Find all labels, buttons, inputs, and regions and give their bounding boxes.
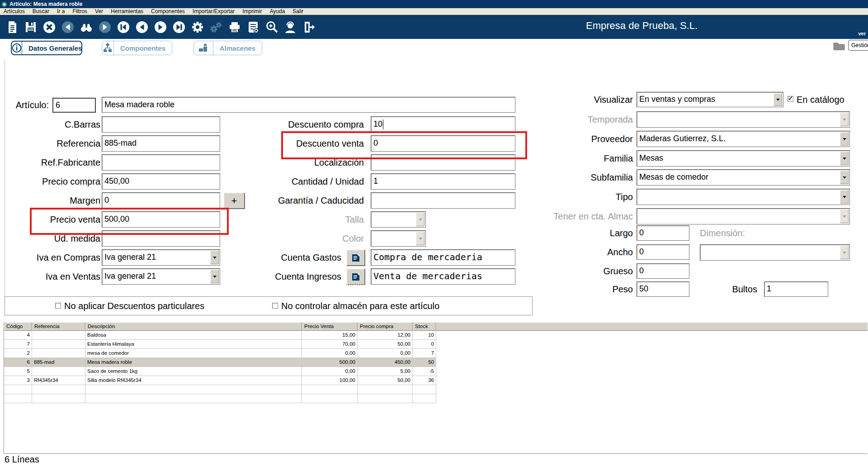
localizacion-field[interactable] [371,154,515,171]
next-record-button[interactable] [153,19,168,35]
company-name: Empresa de Prueba, S.L. [586,20,722,32]
iva-compras-select[interactable]: Iva general 21 [102,249,220,266]
temporada-label: Temporada [518,111,633,128]
cantidad-unidad-field[interactable]: 1 [371,173,515,190]
save-button[interactable] [23,19,38,35]
chevron-down-icon[interactable] [210,270,219,283]
menu-herramientas[interactable]: Herramientas [111,8,143,14]
settings-gear-button[interactable] [190,19,205,35]
table-row[interactable]: 7Estantería Himalaya70,0050,000 [4,340,437,349]
previous-record-button[interactable] [134,19,150,35]
first-record-button[interactable] [116,19,131,35]
ref-fabricante-field[interactable] [102,154,220,171]
precio-compra-field[interactable]: 450,00 [102,173,220,190]
garantia-caducidad-field[interactable] [371,192,515,209]
articulo-code-field[interactable]: 6 [52,98,96,113]
chevron-down-icon[interactable] [840,152,849,165]
table-row[interactable]: 2mesa de comedor0,000,007 [4,349,437,358]
menu-salir[interactable]: Salir [292,8,303,14]
column-header-precio-venta[interactable]: Precio Venta [302,322,358,331]
visualizar-select[interactable]: En ventas y compras [637,92,783,107]
menu-ver[interactable]: Ver [95,8,103,14]
chevron-down-icon [416,213,425,226]
print-button[interactable] [227,19,242,35]
zoom-in-button[interactable] [264,19,279,35]
user-button[interactable] [283,19,298,35]
menu-importar-exportar[interactable]: Importar/Exportar [193,8,235,14]
chevron-down-icon [840,246,849,259]
tab-componentes[interactable]: Componentes [102,41,172,55]
cuenta-ingresos-field[interactable]: Venta de mercaderias [371,268,515,285]
new-document-button[interactable] [5,19,20,35]
descuento-compra-label: Descuento compra [226,116,364,133]
descuento-compra-field[interactable]: 10 [371,116,515,133]
column-header-precio-compra[interactable]: Precio compra [358,322,413,331]
chevron-down-icon[interactable] [210,251,219,264]
chevron-down-icon[interactable] [774,93,782,106]
tab-datos-generales[interactable]: Datos Generales [11,41,82,55]
table-row[interactable]: 4Baldosa15,0012,0010 [4,331,437,340]
tipo-select[interactable] [637,189,850,205]
menu-filtros[interactable]: Filtros [72,8,87,14]
delete-button[interactable] [42,19,57,35]
menu-ir-a[interactable]: Ir a [57,8,65,14]
cbarras-field[interactable] [102,116,220,133]
margen-field[interactable]: 0 [102,192,220,209]
localizacion-label: Localización [226,154,364,171]
cuenta-ingresos-lookup-button[interactable] [346,268,365,285]
chevron-down-icon [840,210,849,223]
ud-medida-field[interactable] [102,230,220,247]
menu-imprimir[interactable]: Imprimir [242,8,262,14]
chevron-down-icon[interactable] [840,171,849,184]
ancho-field[interactable]: 0 [637,244,689,260]
ref-fabricante-label: Ref.Fabricante [5,154,100,171]
en-catalogo-checkbox[interactable] [788,96,793,102]
menu-buscar[interactable]: Buscar [33,8,49,14]
cuenta-gastos-lookup-button[interactable] [346,249,365,266]
exit-button[interactable] [301,19,316,35]
process-gears-button-disabled [208,19,224,35]
chevron-down-icon[interactable] [840,132,849,146]
descuento-venta-field[interactable]: 0 [371,135,515,152]
table-row[interactable]: 5Saco de cemento 1kg0,005,00-5 [4,367,437,376]
last-record-button[interactable] [171,19,187,35]
referencia-field[interactable]: 885-mad [102,135,220,152]
menu-componentes[interactable]: Componentes [151,8,185,14]
list-delete-button[interactable] [245,19,261,35]
menu-articulos[interactable]: Artículos [4,8,25,14]
gestion-documental-button[interactable]: Gestión doc [848,40,868,51]
no-almacen-checkbox[interactable] [272,303,278,309]
cuenta-gastos-field[interactable]: Compra de mercaderia [371,249,515,266]
ledger-icon [351,272,360,281]
chevron-down-icon[interactable] [840,190,849,204]
folder-icon[interactable] [833,41,845,52]
text-cursor [383,119,383,129]
grueso-field[interactable]: 0 [637,263,689,279]
articulo-name-field[interactable]: Mesa madera roble [102,97,515,113]
table-row-empty[interactable] [4,394,437,403]
familia-select[interactable]: Mesas [637,150,850,167]
menu-ayuda[interactable]: Ayuda [270,8,285,14]
iva-ventas-select[interactable]: Iva general 21 [102,268,220,285]
column-header-descripcion[interactable]: Descripción [85,322,302,331]
column-header-stock[interactable]: Stock [413,322,436,331]
table-row-selected[interactable]: 6885-madMesa madera roble500,00450,0050 [4,358,437,367]
no-descuentos-checkbox[interactable] [55,303,61,309]
largo-field[interactable]: 0 [637,225,689,241]
proveedor-select[interactable]: Maderas Gutierrez, S.L. [637,131,850,147]
precio-venta-field[interactable]: 500,00 [102,211,220,228]
temporada-select [637,111,850,128]
tab-almacenes[interactable]: Almacenes [193,41,262,55]
table-row-empty[interactable] [4,385,437,394]
proveedor-label: Proveedor [518,131,633,147]
toolbar [0,15,868,39]
bultos-label: Bultos [678,281,757,297]
column-header-filler [436,322,868,331]
column-header-codigo[interactable]: Código [4,322,32,331]
subfamilia-select[interactable]: Mesas de comedor [637,169,850,186]
bultos-field[interactable]: 1 [764,281,828,297]
table-row[interactable]: 3Rf4345r34Silla modelo Rf4345r34100,0050… [4,376,437,385]
search-binoculars-button[interactable] [79,19,94,35]
cuenta-gastos-label: Cuenta Gastos [226,249,341,266]
column-header-referencia[interactable]: Referencia [32,322,85,331]
